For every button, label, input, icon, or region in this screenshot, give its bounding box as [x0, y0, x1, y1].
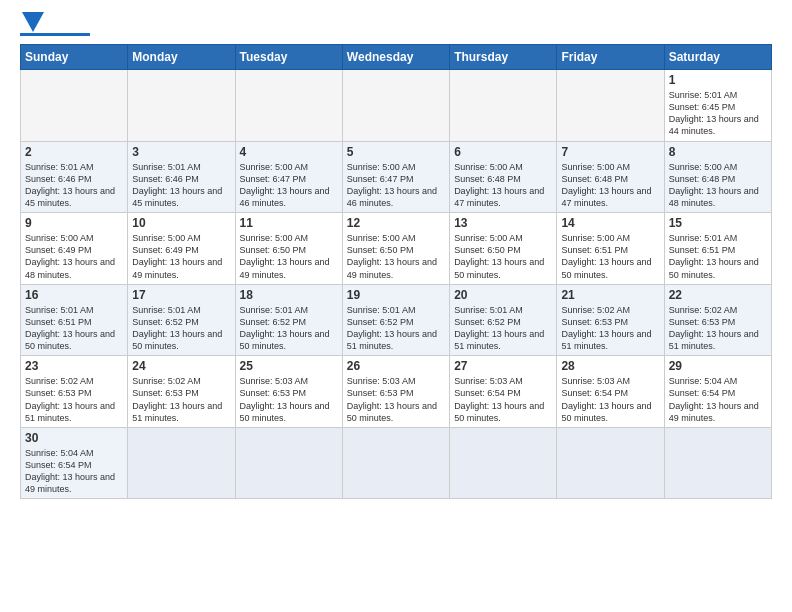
- calendar-cell: 14Sunrise: 5:00 AM Sunset: 6:51 PM Dayli…: [557, 213, 664, 285]
- day-number: 26: [347, 359, 445, 373]
- calendar-cell: 8Sunrise: 5:00 AM Sunset: 6:48 PM Daylig…: [664, 141, 771, 213]
- day-info: Sunrise: 5:03 AM Sunset: 6:54 PM Dayligh…: [561, 375, 659, 424]
- calendar-cell: 17Sunrise: 5:01 AM Sunset: 6:52 PM Dayli…: [128, 284, 235, 356]
- calendar-cell: 25Sunrise: 5:03 AM Sunset: 6:53 PM Dayli…: [235, 356, 342, 428]
- calendar-cell: 2Sunrise: 5:01 AM Sunset: 6:46 PM Daylig…: [21, 141, 128, 213]
- calendar-cell: 21Sunrise: 5:02 AM Sunset: 6:53 PM Dayli…: [557, 284, 664, 356]
- day-info: Sunrise: 5:00 AM Sunset: 6:50 PM Dayligh…: [240, 232, 338, 281]
- day-number: 28: [561, 359, 659, 373]
- day-info: Sunrise: 5:00 AM Sunset: 6:48 PM Dayligh…: [454, 161, 552, 210]
- day-info: Sunrise: 5:04 AM Sunset: 6:54 PM Dayligh…: [25, 447, 123, 496]
- calendar-cell: 11Sunrise: 5:00 AM Sunset: 6:50 PM Dayli…: [235, 213, 342, 285]
- day-info: Sunrise: 5:00 AM Sunset: 6:47 PM Dayligh…: [347, 161, 445, 210]
- calendar-cell: 23Sunrise: 5:02 AM Sunset: 6:53 PM Dayli…: [21, 356, 128, 428]
- day-number: 27: [454, 359, 552, 373]
- page: SundayMondayTuesdayWednesdayThursdayFrid…: [0, 0, 792, 509]
- calendar-cell: [450, 427, 557, 499]
- day-info: Sunrise: 5:03 AM Sunset: 6:54 PM Dayligh…: [454, 375, 552, 424]
- day-number: 30: [25, 431, 123, 445]
- day-number: 18: [240, 288, 338, 302]
- day-info: Sunrise: 5:02 AM Sunset: 6:53 PM Dayligh…: [132, 375, 230, 424]
- day-number: 9: [25, 216, 123, 230]
- day-info: Sunrise: 5:01 AM Sunset: 6:52 PM Dayligh…: [132, 304, 230, 353]
- calendar-body: 1Sunrise: 5:01 AM Sunset: 6:45 PM Daylig…: [21, 70, 772, 499]
- calendar-cell: 6Sunrise: 5:00 AM Sunset: 6:48 PM Daylig…: [450, 141, 557, 213]
- weekday-header-saturday: Saturday: [664, 45, 771, 70]
- day-info: Sunrise: 5:00 AM Sunset: 6:50 PM Dayligh…: [347, 232, 445, 281]
- day-number: 15: [669, 216, 767, 230]
- day-info: Sunrise: 5:02 AM Sunset: 6:53 PM Dayligh…: [669, 304, 767, 353]
- calendar-cell: [235, 427, 342, 499]
- calendar-cell: 16Sunrise: 5:01 AM Sunset: 6:51 PM Dayli…: [21, 284, 128, 356]
- day-info: Sunrise: 5:01 AM Sunset: 6:52 PM Dayligh…: [454, 304, 552, 353]
- calendar-cell: 15Sunrise: 5:01 AM Sunset: 6:51 PM Dayli…: [664, 213, 771, 285]
- day-info: Sunrise: 5:00 AM Sunset: 6:51 PM Dayligh…: [561, 232, 659, 281]
- day-number: 24: [132, 359, 230, 373]
- calendar-cell: [557, 70, 664, 142]
- day-number: 8: [669, 145, 767, 159]
- calendar-cell: [664, 427, 771, 499]
- calendar-cell: 18Sunrise: 5:01 AM Sunset: 6:52 PM Dayli…: [235, 284, 342, 356]
- day-info: Sunrise: 5:00 AM Sunset: 6:48 PM Dayligh…: [669, 161, 767, 210]
- day-number: 21: [561, 288, 659, 302]
- day-number: 14: [561, 216, 659, 230]
- day-number: 29: [669, 359, 767, 373]
- calendar-cell: [235, 70, 342, 142]
- calendar-cell: 1Sunrise: 5:01 AM Sunset: 6:45 PM Daylig…: [664, 70, 771, 142]
- day-info: Sunrise: 5:01 AM Sunset: 6:52 PM Dayligh…: [240, 304, 338, 353]
- day-number: 22: [669, 288, 767, 302]
- day-info: Sunrise: 5:02 AM Sunset: 6:53 PM Dayligh…: [25, 375, 123, 424]
- calendar-cell: 5Sunrise: 5:00 AM Sunset: 6:47 PM Daylig…: [342, 141, 449, 213]
- calendar-week-4: 16Sunrise: 5:01 AM Sunset: 6:51 PM Dayli…: [21, 284, 772, 356]
- calendar-table: SundayMondayTuesdayWednesdayThursdayFrid…: [20, 44, 772, 499]
- day-number: 17: [132, 288, 230, 302]
- day-number: 2: [25, 145, 123, 159]
- calendar-cell: 4Sunrise: 5:00 AM Sunset: 6:47 PM Daylig…: [235, 141, 342, 213]
- calendar-cell: [342, 427, 449, 499]
- calendar-cell: 12Sunrise: 5:00 AM Sunset: 6:50 PM Dayli…: [342, 213, 449, 285]
- day-info: Sunrise: 5:01 AM Sunset: 6:51 PM Dayligh…: [669, 232, 767, 281]
- day-info: Sunrise: 5:00 AM Sunset: 6:48 PM Dayligh…: [561, 161, 659, 210]
- day-number: 25: [240, 359, 338, 373]
- day-number: 20: [454, 288, 552, 302]
- calendar-week-5: 23Sunrise: 5:02 AM Sunset: 6:53 PM Dayli…: [21, 356, 772, 428]
- day-number: 23: [25, 359, 123, 373]
- day-info: Sunrise: 5:01 AM Sunset: 6:51 PM Dayligh…: [25, 304, 123, 353]
- calendar-header: SundayMondayTuesdayWednesdayThursdayFrid…: [21, 45, 772, 70]
- logo-icon: [22, 12, 44, 32]
- day-number: 16: [25, 288, 123, 302]
- day-info: Sunrise: 5:02 AM Sunset: 6:53 PM Dayligh…: [561, 304, 659, 353]
- calendar-cell: [450, 70, 557, 142]
- day-number: 13: [454, 216, 552, 230]
- day-info: Sunrise: 5:00 AM Sunset: 6:47 PM Dayligh…: [240, 161, 338, 210]
- calendar-week-2: 2Sunrise: 5:01 AM Sunset: 6:46 PM Daylig…: [21, 141, 772, 213]
- calendar-cell: [128, 427, 235, 499]
- calendar-week-6: 30Sunrise: 5:04 AM Sunset: 6:54 PM Dayli…: [21, 427, 772, 499]
- calendar-cell: 26Sunrise: 5:03 AM Sunset: 6:53 PM Dayli…: [342, 356, 449, 428]
- day-number: 3: [132, 145, 230, 159]
- calendar-cell: 30Sunrise: 5:04 AM Sunset: 6:54 PM Dayli…: [21, 427, 128, 499]
- calendar-cell: 29Sunrise: 5:04 AM Sunset: 6:54 PM Dayli…: [664, 356, 771, 428]
- weekday-header-monday: Monday: [128, 45, 235, 70]
- calendar-cell: 3Sunrise: 5:01 AM Sunset: 6:46 PM Daylig…: [128, 141, 235, 213]
- calendar-cell: 13Sunrise: 5:00 AM Sunset: 6:50 PM Dayli…: [450, 213, 557, 285]
- day-number: 6: [454, 145, 552, 159]
- weekday-header-sunday: Sunday: [21, 45, 128, 70]
- logo: [20, 16, 90, 36]
- calendar-cell: [557, 427, 664, 499]
- day-info: Sunrise: 5:01 AM Sunset: 6:46 PM Dayligh…: [25, 161, 123, 210]
- weekday-header-wednesday: Wednesday: [342, 45, 449, 70]
- calendar-cell: 10Sunrise: 5:00 AM Sunset: 6:49 PM Dayli…: [128, 213, 235, 285]
- day-number: 5: [347, 145, 445, 159]
- calendar-cell: [128, 70, 235, 142]
- calendar-cell: 9Sunrise: 5:00 AM Sunset: 6:49 PM Daylig…: [21, 213, 128, 285]
- day-info: Sunrise: 5:01 AM Sunset: 6:45 PM Dayligh…: [669, 89, 767, 138]
- day-number: 11: [240, 216, 338, 230]
- calendar-cell: 28Sunrise: 5:03 AM Sunset: 6:54 PM Dayli…: [557, 356, 664, 428]
- calendar-cell: 27Sunrise: 5:03 AM Sunset: 6:54 PM Dayli…: [450, 356, 557, 428]
- day-number: 1: [669, 73, 767, 87]
- day-number: 19: [347, 288, 445, 302]
- day-number: 10: [132, 216, 230, 230]
- day-info: Sunrise: 5:03 AM Sunset: 6:53 PM Dayligh…: [240, 375, 338, 424]
- day-info: Sunrise: 5:00 AM Sunset: 6:49 PM Dayligh…: [132, 232, 230, 281]
